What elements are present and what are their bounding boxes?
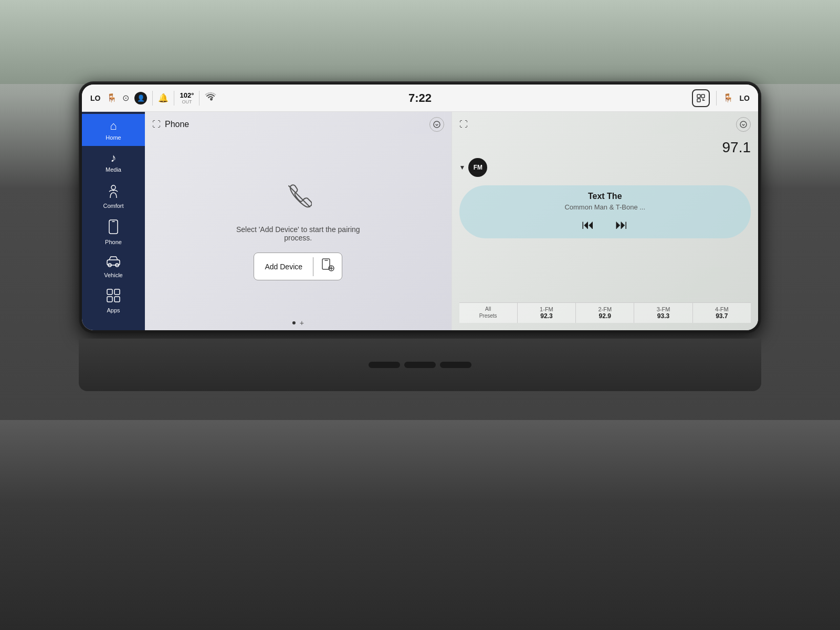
- seat-heat-icon[interactable]: 🪑: [107, 93, 117, 103]
- add-panel-button[interactable]: +: [300, 319, 304, 327]
- steering-icon[interactable]: ⊙: [122, 93, 129, 103]
- main-content: ⌂ Home ♪ Media: [82, 112, 758, 330]
- grid-button[interactable]: [692, 89, 710, 107]
- svg-rect-7: [109, 220, 118, 234]
- sidebar-item-media[interactable]: ♪ Media: [82, 146, 145, 178]
- sidebar-label-comfort: Comfort: [103, 203, 123, 209]
- wifi-icon[interactable]: [205, 92, 216, 104]
- sidebar-item-home[interactable]: ⌂ Home: [82, 114, 145, 146]
- home-icon: ⌂: [110, 119, 117, 133]
- dot-1: [292, 321, 296, 324]
- bottom-dashboard: [0, 420, 840, 630]
- sidebar-label-vehicle: Vehicle: [104, 272, 122, 278]
- divider-2: [174, 91, 174, 106]
- phone-panel: ⛶ Phone: [145, 112, 452, 330]
- bell-icon[interactable]: 🔔: [158, 93, 169, 103]
- dashboard-background: LO 🪑 ⊙ 👤 🔔 102° OUT: [0, 0, 840, 630]
- status-icons-group: 🪑 ⊙ 👤 🔔 102° OUT: [107, 91, 687, 106]
- svg-point-6: [111, 185, 116, 190]
- temp-left: LO: [90, 94, 100, 102]
- vent-1: [369, 362, 400, 368]
- profile-icon[interactable]: 👤: [134, 92, 147, 104]
- sidebar-item-apps[interactable]: Apps: [82, 284, 145, 319]
- comfort-icon: [106, 183, 121, 201]
- media-icon: ♪: [111, 151, 117, 165]
- vent-2: [404, 362, 436, 368]
- sidebar-item-phone[interactable]: Phone: [82, 214, 145, 250]
- sidebar-label-phone: Phone: [105, 239, 122, 245]
- outside-temp: 102° OUT: [180, 91, 194, 104]
- vent-area: [79, 339, 761, 391]
- svg-rect-2: [697, 99, 700, 102]
- dashboard-top: [0, 0, 840, 84]
- phone-sidebar-icon: [108, 219, 119, 237]
- seat-right-icon[interactable]: 🪑: [723, 93, 733, 103]
- radio-panel-texture: [452, 112, 759, 330]
- temp-right: LO: [740, 94, 750, 102]
- screen-surround: LO 🪑 ⊙ 👤 🔔 102° OUT: [79, 81, 761, 333]
- clock: 7:22: [408, 91, 432, 105]
- apps-icon: [107, 289, 120, 306]
- svg-rect-12: [107, 289, 112, 295]
- sidebar-item-vehicle[interactable]: Vehicle: [82, 250, 145, 284]
- content-panels: ⛶ Phone: [145, 112, 758, 330]
- svg-rect-15: [114, 297, 120, 302]
- panel-texture: [145, 112, 452, 330]
- divider-1: [152, 91, 153, 106]
- svg-rect-13: [114, 289, 120, 295]
- sidebar-item-comfort[interactable]: Comfort: [82, 178, 145, 214]
- panel-dots: +: [292, 319, 304, 327]
- divider-right: [716, 91, 717, 106]
- svg-rect-1: [701, 94, 705, 98]
- svg-rect-14: [107, 297, 112, 302]
- svg-rect-9: [107, 260, 120, 265]
- sidebar-label-home: Home: [106, 134, 121, 141]
- status-bar: LO 🪑 ⊙ 👤 🔔 102° OUT: [82, 85, 758, 112]
- status-right-group: 🪑 LO: [692, 89, 750, 107]
- vehicle-icon: [105, 256, 122, 270]
- divider-3: [199, 91, 200, 106]
- sidebar-label-media: Media: [106, 166, 121, 173]
- sidebar-label-apps: Apps: [107, 307, 120, 313]
- radio-panel: ⛶ 97.1 ▼: [452, 112, 759, 330]
- svg-rect-0: [697, 94, 700, 98]
- vent-3: [440, 362, 471, 368]
- sidebar: ⌂ Home ♪ Media: [82, 112, 145, 330]
- infotainment-screen: LO 🪑 ⊙ 👤 🔔 102° OUT: [82, 85, 758, 330]
